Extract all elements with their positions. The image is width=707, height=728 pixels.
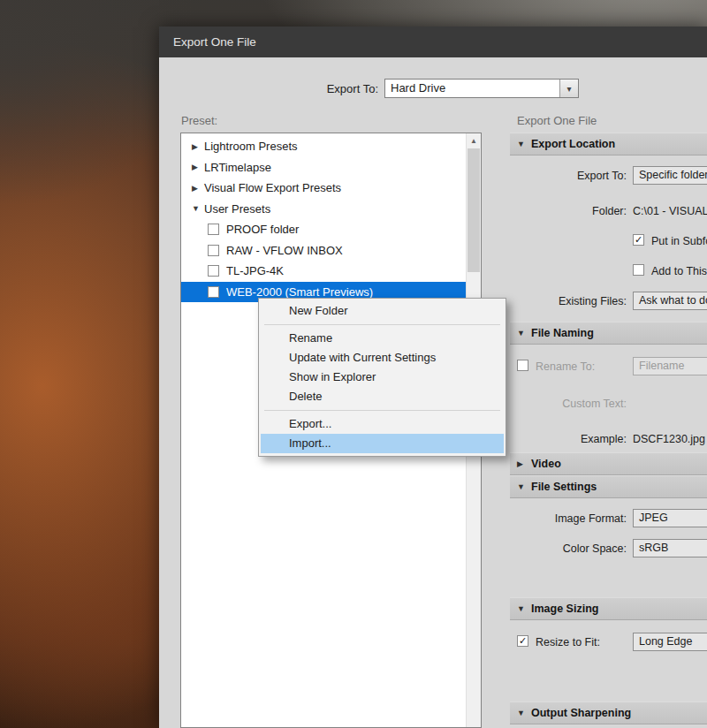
- field-label-image-format: Image Format:: [510, 512, 627, 525]
- export-to-value: Hard Drive: [385, 80, 559, 97]
- menu-item-rename[interactable]: Rename: [261, 329, 504, 348]
- settings-row-resize-to-fit: ✓Resize to Fit:Long Edge: [510, 633, 707, 652]
- settings-row-add-to-this: Add to This: [510, 262, 707, 281]
- section-header-image-sizing[interactable]: ▼Image Sizing: [510, 597, 707, 620]
- dialog-title: Export One File: [173, 35, 256, 49]
- preset-item-tl-jpg-4k[interactable]: TL-JPG-4K: [181, 261, 466, 282]
- checkbox-label-rename-to: Rename To:: [536, 360, 595, 373]
- section-output-sharpening: ▼Output Sharpening: [510, 701, 707, 724]
- section-title: Video: [531, 458, 561, 470]
- collapse-arrow-icon[interactable]: ▼: [192, 204, 204, 213]
- preset-group-visual-flow-export-presets[interactable]: ▶Visual Flow Export Presets: [181, 178, 466, 199]
- section-title: Output Sharpening: [531, 707, 631, 719]
- settings-row-put-in-subfolder: ✓Put in Subfolder:: [510, 231, 707, 251]
- section-header-export-location[interactable]: ▼Export Location: [510, 133, 707, 155]
- section-title: Image Sizing: [531, 603, 598, 615]
- expand-arrow-icon[interactable]: ▶: [192, 184, 204, 193]
- preset-checkbox[interactable]: [208, 286, 219, 298]
- menu-item-show-in-explorer[interactable]: Show in Explorer: [261, 368, 504, 387]
- section-title: Export Location: [531, 138, 615, 150]
- section-header-file-settings[interactable]: ▼File Settings: [510, 475, 707, 498]
- checkbox-label-put-in-subfolder: Put in Subfolder:: [651, 235, 707, 247]
- section-image-sizing: ▼Image Sizing✓Resize to Fit:Long Edge: [510, 597, 707, 701]
- combo-export-to[interactable]: Specific folder: [633, 166, 707, 185]
- section-title: File Settings: [531, 481, 597, 493]
- preset-group-lightroom-presets[interactable]: ▶Lightroom Presets: [181, 136, 466, 157]
- combo-color-space[interactable]: sRGB: [633, 539, 707, 557]
- preset-group-lrtimelapse[interactable]: ▶LRTimelapse: [181, 157, 466, 178]
- expand-arrow-icon[interactable]: ▶: [192, 163, 204, 171]
- collapse-arrow-icon: ▼: [517, 482, 531, 491]
- dialog-titlebar[interactable]: Export One File: [159, 27, 707, 57]
- field-label-custom-text: Custom Text:: [510, 398, 627, 410]
- field-value-example: DSCF1230.jpg: [633, 433, 705, 445]
- section-header-output-sharpening[interactable]: ▼Output Sharpening: [510, 701, 707, 724]
- settings-row-example: Example:DSCF1230.jpg: [510, 429, 707, 449]
- combo-existing-files[interactable]: Ask what to do: [633, 292, 707, 310]
- collapse-arrow-icon: ▼: [517, 329, 531, 337]
- preset-item-proof-folder[interactable]: PROOF folder: [181, 219, 466, 240]
- scrollbar-thumb[interactable]: [468, 148, 480, 272]
- menu-item-import[interactable]: Import...: [261, 434, 504, 453]
- preset-panel-label: Preset:: [181, 114, 217, 127]
- menu-item-export[interactable]: Export...: [261, 414, 504, 434]
- field-value-folder: C:\01 - VISUAL: [633, 205, 707, 217]
- checkbox-put-in-subfolder[interactable]: ✓: [633, 234, 644, 246]
- combo-image-format[interactable]: JPEG: [633, 509, 707, 527]
- collapse-arrow-icon: ▼: [517, 140, 531, 148]
- preset-label: Lightroom Presets: [204, 140, 298, 153]
- settings-row-image-format: Image Format:JPEG: [510, 509, 707, 528]
- preset-label: User Presets: [204, 202, 270, 216]
- field-label-existing-files: Existing Files:: [510, 295, 627, 307]
- preset-label: PROOF folder: [226, 223, 299, 236]
- menu-separator: [259, 321, 506, 329]
- preset-group-user-presets[interactable]: ▼User Presets: [181, 199, 466, 220]
- preset-label: RAW - VFLOW INBOX: [226, 244, 343, 257]
- checkbox-label-resize-to-fit: Resize to Fit:: [536, 636, 600, 648]
- section-file-naming: ▼File NamingRename To:FilenameCustom Tex…: [510, 322, 707, 452]
- expand-arrow-icon: ▶: [517, 459, 531, 468]
- field-label-example: Example:: [510, 433, 627, 445]
- field-label-folder: Folder:: [510, 205, 627, 217]
- settings-row-export-to: Export To:Specific folder: [510, 166, 707, 186]
- settings-row-existing-files: Existing Files:Ask what to do: [510, 292, 707, 311]
- settings-row-rename-to: Rename To:Filename: [510, 357, 707, 376]
- checkbox-add-to-this[interactable]: [633, 264, 644, 276]
- preset-label: TL-JPG-4K: [226, 264, 284, 277]
- preset-label: Visual Flow Export Presets: [204, 181, 341, 194]
- settings-row-color-space: Color Space:sRGB: [510, 539, 707, 558]
- menu-separator: [259, 406, 506, 414]
- section-header-video[interactable]: ▶Video: [510, 452, 707, 475]
- preset-item-raw-vflow-inbox[interactable]: RAW - VFLOW INBOX: [181, 240, 466, 262]
- checkbox-rename-to[interactable]: [517, 360, 528, 371]
- preset-label: LRTimelapse: [204, 161, 271, 174]
- context-menu: New FolderRenameUpdate with Current Sett…: [258, 298, 506, 457]
- combo-resize-to-fit[interactable]: Long Edge: [633, 633, 707, 651]
- section-export-location: ▼Export LocationExport To:Specific folde…: [510, 133, 707, 322]
- section-title: File Naming: [531, 327, 594, 339]
- preset-checkbox[interactable]: [208, 265, 219, 277]
- menu-item-new-folder[interactable]: New Folder: [261, 301, 504, 321]
- field-label-color-space: Color Space:: [510, 542, 627, 555]
- section-header-file-naming[interactable]: ▼File Naming: [510, 322, 707, 345]
- combo-rename-to[interactable]: Filename: [633, 357, 707, 375]
- settings-sections: ▼Export LocationExport To:Specific folde…: [510, 133, 707, 728]
- combo-arrow-icon[interactable]: ▾: [559, 80, 578, 97]
- checkbox-label-add-to-this: Add to This: [651, 265, 707, 277]
- checkbox-resize-to-fit[interactable]: ✓: [517, 635, 528, 647]
- preset-checkbox[interactable]: [208, 224, 219, 235]
- menu-item-update-with-current-settings[interactable]: Update with Current Settings: [261, 348, 504, 368]
- export-to-label: Export To:: [292, 82, 378, 95]
- section-video: ▶Video: [510, 452, 707, 475]
- settings-row-custom-text: Custom Text:: [510, 394, 707, 413]
- menu-item-delete[interactable]: Delete: [261, 387, 504, 406]
- field-label-export-to: Export To:: [510, 170, 627, 182]
- expand-arrow-icon[interactable]: ▶: [192, 142, 204, 151]
- preset-checkbox[interactable]: [208, 245, 219, 256]
- collapse-arrow-icon: ▼: [517, 709, 531, 717]
- settings-row-folder: Folder:C:\01 - VISUAL: [510, 201, 707, 221]
- collapse-arrow-icon: ▼: [517, 604, 531, 613]
- scrollbar-up-icon[interactable]: ▲: [467, 133, 481, 148]
- preset-label: WEB-2000 (Smart Previews): [226, 285, 373, 299]
- export-to-combobox[interactable]: Hard Drive ▾: [384, 79, 579, 98]
